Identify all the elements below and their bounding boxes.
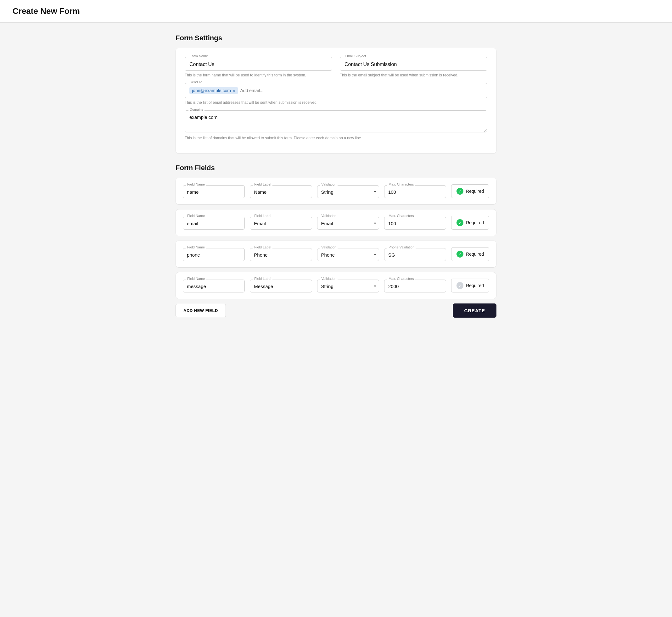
check-icon-0: ✓ — [457, 188, 463, 195]
phone-validation-group-2: Phone Validation — [384, 248, 446, 261]
field-label-input-2[interactable] — [250, 248, 312, 261]
form-settings-card: Form Name This is the form name that wil… — [176, 48, 496, 154]
form-name-label: Form Name — [188, 54, 209, 58]
check-icon-2: ✓ — [457, 251, 463, 257]
validation-group-0: Validation String Email Phone ▾ — [317, 185, 379, 198]
send-to-row: Send To john@example.com × This is the l… — [185, 83, 487, 105]
field-name-input-2[interactable] — [183, 248, 245, 261]
field-card-0: Field Name Field Label Validation String… — [176, 178, 496, 205]
field-label-input-3[interactable] — [250, 279, 312, 292]
field-row-0: Field Name Field Label Validation String… — [183, 184, 489, 198]
add-email-input[interactable] — [240, 88, 483, 93]
validation-label-1: Validation — [320, 214, 338, 218]
max-chars-input-1[interactable] — [384, 217, 446, 230]
validation-group-1: Validation String Email Phone ▾ — [317, 217, 379, 230]
email-tag: john@example.com × — [189, 87, 238, 94]
required-label-1: Required — [466, 220, 484, 225]
max-chars-input-3[interactable] — [384, 279, 446, 292]
field-label-input-0[interactable] — [250, 185, 312, 198]
phone-validation-input-2[interactable] — [384, 248, 446, 261]
email-subject-input[interactable] — [340, 57, 487, 71]
field-label-input-1[interactable] — [250, 217, 312, 230]
required-label-0: Required — [466, 189, 484, 194]
field-name-group-0: Field Name — [183, 185, 245, 198]
max-chars-group-0: Max. Characters — [384, 185, 446, 198]
field-name-input-0[interactable] — [183, 185, 245, 198]
field-name-label-3: Field Name — [186, 277, 206, 280]
field-name-label-0: Field Name — [186, 182, 206, 186]
form-name-input[interactable] — [185, 57, 332, 71]
field-name-input-1[interactable] — [183, 217, 245, 230]
domains-row: Domains example.com This is the list of … — [185, 111, 487, 140]
field-card-2: Field Name Field Label Validation String… — [176, 241, 496, 268]
validation-select-3[interactable]: String Email Phone — [317, 279, 379, 292]
domains-textarea[interactable]: example.com — [185, 111, 487, 133]
form-name-group: Form Name This is the form name that wil… — [185, 57, 332, 77]
check-icon-1: ✓ — [457, 219, 463, 226]
send-to-group: Send To john@example.com × This is the l… — [185, 83, 487, 105]
domains-hint: This is the list of domains that will be… — [185, 136, 487, 140]
email-tag-close[interactable]: × — [233, 89, 235, 93]
page-title: Create New Form — [13, 6, 659, 16]
form-fields-title: Form Fields — [176, 164, 496, 172]
field-label-label-3: Field Label — [253, 277, 273, 280]
add-new-field-button[interactable]: ADD NEW FIELD — [176, 304, 226, 317]
max-chars-label-3: Max. Characters — [387, 277, 415, 280]
validation-label-3: Validation — [320, 277, 338, 280]
field-name-label-2: Field Name — [186, 245, 206, 249]
max-chars-input-0[interactable] — [384, 185, 446, 198]
email-tag-text: john@example.com — [192, 88, 231, 93]
bottom-bar: ADD NEW FIELD CREATE — [176, 303, 496, 318]
validation-select-1[interactable]: String Email Phone — [317, 217, 379, 230]
max-chars-group-3: Max. Characters — [384, 279, 446, 292]
validation-group-2: Validation String Email Phone ▾ — [317, 248, 379, 261]
max-chars-label-0: Max. Characters — [387, 182, 415, 186]
field-name-label-1: Field Name — [186, 214, 206, 218]
validation-group-3: Validation String Email Phone ▾ — [317, 279, 379, 292]
send-to-hint: This is the list of email addresses that… — [185, 100, 487, 105]
validation-label-2: Validation — [320, 245, 338, 249]
field-row-3: Field Name Field Label Validation String… — [183, 279, 489, 292]
top-bar: Create New Form — [0, 0, 672, 23]
max-chars-group-1: Max. Characters — [384, 217, 446, 230]
email-subject-hint: This is the email subject that will be u… — [340, 73, 487, 77]
send-to-label: Send To — [188, 80, 203, 84]
max-chars-label-1: Max. Characters — [387, 214, 415, 218]
form-name-email-row: Form Name This is the form name that wil… — [185, 57, 487, 77]
required-btn-3[interactable]: ✓ Required — [451, 279, 489, 292]
field-name-group-2: Field Name — [183, 248, 245, 261]
validation-label-0: Validation — [320, 182, 338, 186]
email-subject-label: Email Subject — [344, 54, 367, 58]
domains-group: Domains example.com This is the list of … — [185, 111, 487, 140]
field-name-group-1: Field Name — [183, 217, 245, 230]
field-label-label-0: Field Label — [253, 182, 273, 186]
send-to-box[interactable]: john@example.com × — [185, 83, 487, 98]
required-btn-1[interactable]: ✓ Required — [451, 216, 489, 230]
validation-select-2[interactable]: String Email Phone — [317, 248, 379, 261]
validation-select-0[interactable]: String Email Phone — [317, 185, 379, 198]
required-btn-2[interactable]: ✓ Required — [451, 247, 489, 261]
form-settings-title: Form Settings — [176, 34, 496, 42]
field-card-1: Field Name Field Label Validation String… — [176, 209, 496, 236]
field-row-2: Field Name Field Label Validation String… — [183, 247, 489, 261]
required-btn-0[interactable]: ✓ Required — [451, 184, 489, 198]
required-label-3: Required — [466, 283, 484, 288]
field-label-group-2: Field Label — [250, 248, 312, 261]
check-icon-3: ✓ — [457, 282, 463, 289]
field-card-3: Field Name Field Label Validation String… — [176, 272, 496, 299]
field-label-group-3: Field Label — [250, 279, 312, 292]
field-label-group-0: Field Label — [250, 185, 312, 198]
email-subject-group: Email Subject This is the email subject … — [340, 57, 487, 77]
field-name-input-3[interactable] — [183, 279, 245, 292]
field-label-label-1: Field Label — [253, 214, 273, 218]
phone-validation-label-2: Phone Validation — [387, 245, 415, 249]
field-label-group-1: Field Label — [250, 217, 312, 230]
domains-label: Domains — [188, 108, 204, 111]
field-row-1: Field Name Field Label Validation String… — [183, 216, 489, 230]
required-label-2: Required — [466, 252, 484, 257]
form-name-hint: This is the form name that will be used … — [185, 73, 332, 77]
field-name-group-3: Field Name — [183, 279, 245, 292]
field-label-label-2: Field Label — [253, 245, 273, 249]
create-button[interactable]: CREATE — [453, 303, 496, 318]
